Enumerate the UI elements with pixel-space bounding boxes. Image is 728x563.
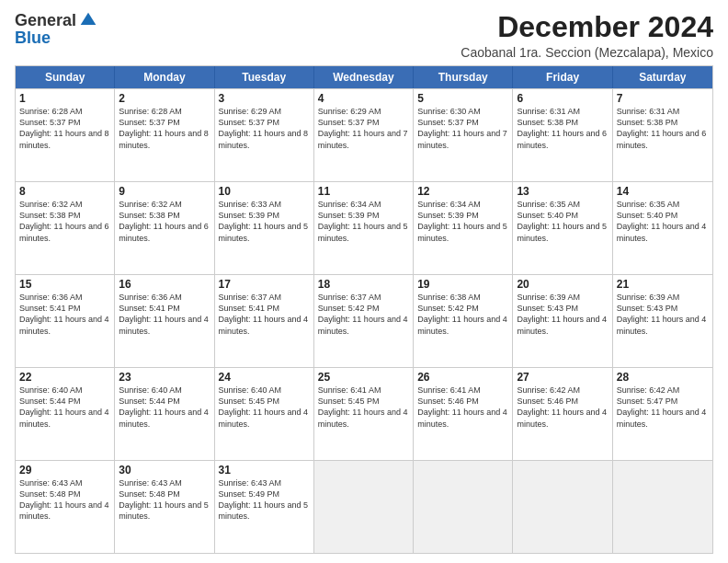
day-number: 10 <box>219 185 310 198</box>
sunset-text: Sunset: 5:46 PM <box>517 396 608 407</box>
daylight-text: Daylight: 11 hours and 8 minutes. <box>19 128 110 150</box>
calendar-row: 29 Sunrise: 6:43 AM Sunset: 5:48 PM Dayl… <box>16 460 712 553</box>
calendar-cell: 14 Sunrise: 6:35 AM Sunset: 5:40 PM Dayl… <box>613 182 712 274</box>
daylight-text: Daylight: 11 hours and 4 minutes. <box>617 407 709 429</box>
calendar-cell: 9 Sunrise: 6:32 AM Sunset: 5:38 PM Dayli… <box>115 182 214 274</box>
logo: General Blue <box>15 11 97 46</box>
sunrise-text: Sunrise: 6:42 AM <box>617 385 709 396</box>
sunrise-text: Sunrise: 6:28 AM <box>19 106 110 117</box>
day-number: 6 <box>517 92 608 105</box>
calendar-cell: 30 Sunrise: 6:43 AM Sunset: 5:48 PM Dayl… <box>115 461 214 553</box>
day-number: 17 <box>219 278 310 291</box>
calendar-cell: 10 Sunrise: 6:33 AM Sunset: 5:39 PM Dayl… <box>215 182 314 274</box>
daylight-text: Daylight: 11 hours and 8 minutes. <box>119 128 210 150</box>
calendar-cell: 21 Sunrise: 6:39 AM Sunset: 5:43 PM Dayl… <box>613 275 712 367</box>
daylight-text: Daylight: 11 hours and 8 minutes. <box>219 128 310 150</box>
sunrise-text: Sunrise: 6:43 AM <box>19 477 110 488</box>
month-title: December 2024 <box>461 11 713 43</box>
sunrise-text: Sunrise: 6:39 AM <box>517 292 608 303</box>
sunset-text: Sunset: 5:49 PM <box>219 488 310 500</box>
sunrise-text: Sunrise: 6:40 AM <box>219 385 310 396</box>
day-number: 18 <box>318 278 409 291</box>
sunset-text: Sunset: 5:37 PM <box>417 117 508 128</box>
day-number: 27 <box>517 371 608 384</box>
day-number: 22 <box>19 371 110 384</box>
sunset-text: Sunset: 5:43 PM <box>517 303 608 314</box>
calendar-cell: 19 Sunrise: 6:38 AM Sunset: 5:42 PM Dayl… <box>414 275 513 367</box>
daylight-text: Daylight: 11 hours and 4 minutes. <box>417 407 508 429</box>
day-number: 13 <box>517 185 608 198</box>
header-day: Saturday <box>613 66 712 88</box>
day-number: 7 <box>617 92 709 105</box>
day-number: 15 <box>19 278 110 291</box>
sunset-text: Sunset: 5:41 PM <box>19 303 110 314</box>
daylight-text: Daylight: 11 hours and 5 minutes. <box>119 500 210 522</box>
calendar: SundayMondayTuesdayWednesdayThursdayFrid… <box>15 65 713 554</box>
day-number: 28 <box>617 371 709 384</box>
header-day: Wednesday <box>314 66 414 88</box>
day-number: 14 <box>617 185 709 198</box>
calendar-cell: 16 Sunrise: 6:36 AM Sunset: 5:41 PM Dayl… <box>115 275 214 367</box>
daylight-text: Daylight: 11 hours and 6 minutes. <box>19 221 110 243</box>
day-number: 9 <box>119 185 210 198</box>
daylight-text: Daylight: 11 hours and 6 minutes. <box>517 128 608 150</box>
daylight-text: Daylight: 11 hours and 5 minutes. <box>417 221 508 243</box>
calendar-cell: 1 Sunrise: 6:28 AM Sunset: 5:37 PM Dayli… <box>16 89 115 181</box>
sunset-text: Sunset: 5:39 PM <box>318 210 409 221</box>
calendar-cell: 25 Sunrise: 6:41 AM Sunset: 5:45 PM Dayl… <box>314 368 414 460</box>
day-number: 29 <box>19 464 110 477</box>
sunset-text: Sunset: 5:47 PM <box>617 396 709 407</box>
sunrise-text: Sunrise: 6:28 AM <box>119 106 210 117</box>
sunset-text: Sunset: 5:39 PM <box>219 210 310 221</box>
sunrise-text: Sunrise: 6:42 AM <box>517 385 608 396</box>
sunset-text: Sunset: 5:40 PM <box>517 210 608 221</box>
sunset-text: Sunset: 5:45 PM <box>219 396 310 407</box>
daylight-text: Daylight: 11 hours and 4 minutes. <box>19 500 110 522</box>
day-number: 1 <box>19 92 110 105</box>
sunset-text: Sunset: 5:41 PM <box>119 303 210 314</box>
sunset-text: Sunset: 5:48 PM <box>19 488 110 500</box>
calendar-cell: 15 Sunrise: 6:36 AM Sunset: 5:41 PM Dayl… <box>16 275 115 367</box>
sunset-text: Sunset: 5:45 PM <box>318 396 409 407</box>
sunset-text: Sunset: 5:42 PM <box>318 303 409 314</box>
daylight-text: Daylight: 11 hours and 5 minutes. <box>517 221 608 243</box>
day-number: 11 <box>318 185 409 198</box>
header-day: Friday <box>513 66 612 88</box>
location-title: Caobanal 1ra. Seccion (Mezcalapa), Mexic… <box>461 45 713 60</box>
calendar-row: 22 Sunrise: 6:40 AM Sunset: 5:44 PM Dayl… <box>16 367 712 460</box>
calendar-cell: 8 Sunrise: 6:32 AM Sunset: 5:38 PM Dayli… <box>16 182 115 274</box>
sunset-text: Sunset: 5:39 PM <box>417 210 508 221</box>
day-number: 30 <box>119 464 210 477</box>
sunrise-text: Sunrise: 6:40 AM <box>119 385 210 396</box>
sunset-text: Sunset: 5:38 PM <box>19 210 110 221</box>
calendar-cell <box>513 461 612 553</box>
day-number: 2 <box>119 92 210 105</box>
header-day: Tuesday <box>215 66 314 88</box>
daylight-text: Daylight: 11 hours and 4 minutes. <box>617 314 709 336</box>
page: General Blue December 2024 Caobanal 1ra.… <box>0 0 728 563</box>
calendar-row: 15 Sunrise: 6:36 AM Sunset: 5:41 PM Dayl… <box>16 274 712 367</box>
sunrise-text: Sunrise: 6:33 AM <box>219 199 310 210</box>
svg-marker-0 <box>81 13 97 25</box>
sunrise-text: Sunrise: 6:29 AM <box>318 106 409 117</box>
sunset-text: Sunset: 5:38 PM <box>119 210 210 221</box>
day-number: 16 <box>119 278 210 291</box>
day-number: 3 <box>219 92 310 105</box>
calendar-body: 1 Sunrise: 6:28 AM Sunset: 5:37 PM Dayli… <box>16 88 712 553</box>
sunrise-text: Sunrise: 6:40 AM <box>19 385 110 396</box>
sunrise-text: Sunrise: 6:36 AM <box>119 292 210 303</box>
day-number: 19 <box>417 278 508 291</box>
calendar-cell: 29 Sunrise: 6:43 AM Sunset: 5:48 PM Dayl… <box>16 461 115 553</box>
daylight-text: Daylight: 11 hours and 4 minutes. <box>219 407 310 429</box>
daylight-text: Daylight: 11 hours and 5 minutes. <box>219 500 310 522</box>
sunrise-text: Sunrise: 6:39 AM <box>617 292 709 303</box>
sunrise-text: Sunrise: 6:37 AM <box>318 292 409 303</box>
sunset-text: Sunset: 5:38 PM <box>517 117 608 128</box>
day-number: 26 <box>417 371 508 384</box>
calendar-cell: 17 Sunrise: 6:37 AM Sunset: 5:41 PM Dayl… <box>215 275 314 367</box>
daylight-text: Daylight: 11 hours and 4 minutes. <box>19 407 110 429</box>
day-number: 5 <box>417 92 508 105</box>
daylight-text: Daylight: 11 hours and 4 minutes. <box>517 407 608 429</box>
calendar-cell: 4 Sunrise: 6:29 AM Sunset: 5:37 PM Dayli… <box>314 89 414 181</box>
day-number: 24 <box>219 371 310 384</box>
